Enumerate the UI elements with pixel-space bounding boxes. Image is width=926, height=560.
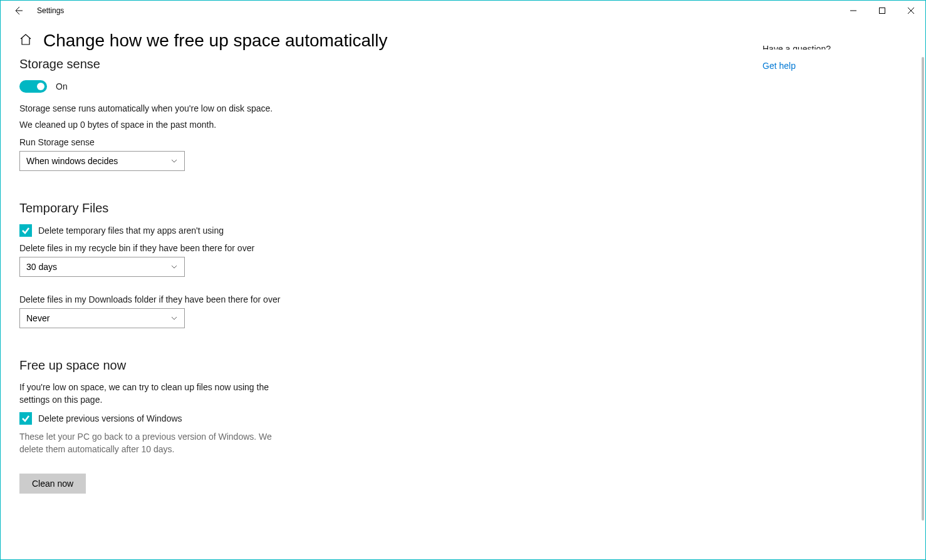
- minimize-button[interactable]: [839, 1, 868, 21]
- run-storage-sense-dropdown[interactable]: When windows decides: [19, 151, 185, 171]
- delete-temp-files-checkbox[interactable]: [19, 224, 32, 237]
- downloads-dropdown[interactable]: Never: [19, 308, 185, 328]
- free-up-description: If you're low on space, we can try to cl…: [19, 381, 276, 406]
- dropdown-value: 30 days: [26, 262, 57, 272]
- delete-previous-versions-checkbox[interactable]: [19, 412, 32, 425]
- clean-now-button[interactable]: Clean now: [19, 474, 86, 494]
- downloads-label: Delete files in my Downloads folder if t…: [19, 294, 420, 304]
- storage-sense-description-1: Storage sense runs automatically when yo…: [19, 103, 420, 115]
- previous-versions-description: These let your PC go back to a previous …: [19, 431, 276, 455]
- free-up-space-heading: Free up space now: [19, 358, 420, 373]
- checkmark-icon: [21, 414, 30, 423]
- minimize-icon: [850, 8, 856, 14]
- dropdown-value: When windows decides: [26, 156, 118, 166]
- temporary-files-heading: Temporary Files: [19, 201, 420, 215]
- aside-cutoff-text: Have a question?: [762, 44, 900, 49]
- back-button[interactable]: [6, 1, 31, 21]
- checkmark-icon: [21, 226, 30, 235]
- chevron-down-icon: [170, 314, 178, 322]
- svg-rect-1: [880, 8, 885, 14]
- close-icon: [908, 8, 914, 14]
- vertical-scrollbar[interactable]: [922, 57, 924, 521]
- get-help-link[interactable]: Get help: [762, 61, 796, 71]
- recycle-bin-label: Delete files in my recycle bin if they h…: [19, 243, 420, 253]
- close-button[interactable]: [897, 1, 925, 21]
- run-storage-sense-label: Run Storage sense: [19, 137, 420, 147]
- page-title: Change how we free up space automaticall…: [43, 31, 387, 51]
- delete-temp-files-label: Delete temporary files that my apps aren…: [38, 226, 224, 236]
- chevron-down-icon: [170, 157, 178, 165]
- toggle-label: On: [56, 81, 68, 91]
- delete-previous-versions-label: Delete previous versions of Windows: [38, 413, 182, 423]
- storage-sense-heading: Storage sense: [19, 57, 420, 71]
- home-button[interactable]: [19, 33, 32, 48]
- storage-sense-description-2: We cleaned up 0 bytes of space in the pa…: [19, 119, 420, 132]
- maximize-button[interactable]: [868, 1, 897, 21]
- home-icon: [19, 33, 32, 46]
- dropdown-value: Never: [26, 313, 49, 323]
- maximize-icon: [879, 8, 885, 14]
- toggle-knob: [37, 83, 44, 90]
- chevron-down-icon: [170, 263, 178, 271]
- recycle-bin-dropdown[interactable]: 30 days: [19, 257, 185, 277]
- back-arrow-icon: [13, 6, 23, 16]
- window-title: Settings: [37, 6, 64, 15]
- storage-sense-toggle[interactable]: [19, 80, 47, 93]
